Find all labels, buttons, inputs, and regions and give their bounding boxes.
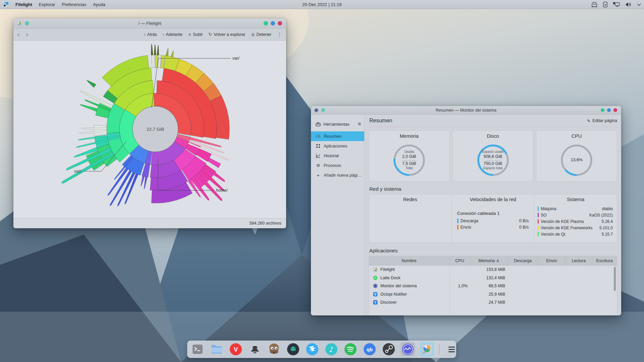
upload-row: Envío 0 B/s xyxy=(457,225,529,230)
dock-file-manager[interactable] xyxy=(210,342,224,356)
toolbox-icon xyxy=(316,122,321,126)
up-button[interactable]: ∧ Subir xyxy=(188,32,203,37)
networks-title: Redes xyxy=(369,197,451,202)
sysmon-main: Resumen ✎ Editar página Memoria Usada xyxy=(365,115,621,315)
gimp-icon xyxy=(268,343,280,356)
sidebar-item-procesos[interactable]: ⚙ Procesos xyxy=(311,161,364,170)
filelight-window: / — Filelight ‹ › ‹ Atrás › Adelante ∧ S… xyxy=(13,18,286,228)
disk-card: Disco Espacio usado 508,6 GiB 750,0 GiB … xyxy=(452,130,534,181)
table-column-divider xyxy=(449,256,450,315)
svg-text:qb: qb xyxy=(367,347,373,352)
download-row: Descarga 0 B/s xyxy=(457,219,529,223)
sysmon-titlebar[interactable]: Resumen — Monitor del sistema xyxy=(311,106,621,115)
dock-steam[interactable] xyxy=(382,342,396,356)
tray-expander-chevron-icon[interactable] xyxy=(637,3,641,6)
dock-vivaldi[interactable]: V xyxy=(229,342,243,356)
download-color-bar xyxy=(457,219,459,223)
overflow-menu-button[interactable]: ⋮ xyxy=(277,32,282,38)
home-label: home/ xyxy=(216,188,228,193)
filelight-statusbar: 584.260 archivos xyxy=(13,218,286,228)
speedometer-icon xyxy=(316,134,321,138)
rescan-button[interactable]: ↻ Volver a explorar xyxy=(208,32,245,37)
dock-separator xyxy=(439,344,439,354)
overflow-icon: ⋮ xyxy=(277,32,282,38)
col-descarga[interactable]: Descarga xyxy=(508,256,538,265)
table-row-latte-dock[interactable]: Latte Dock 132,4 MiB xyxy=(369,274,617,282)
minimize-button[interactable] xyxy=(264,21,268,25)
panel-clock[interactable]: 20 Dec 2022 | 21:19 xyxy=(0,2,644,7)
filelight-dock-icon xyxy=(421,343,433,356)
dock-falkon[interactable] xyxy=(305,342,319,356)
col-cpu[interactable]: CPU xyxy=(449,256,470,265)
table-row-filelight[interactable]: Filelight 153,8 MiB xyxy=(369,265,617,274)
steam-icon xyxy=(382,343,395,356)
network-tray-icon[interactable] xyxy=(613,2,620,7)
system-tray xyxy=(591,0,641,9)
close-button[interactable] xyxy=(278,21,282,25)
col-nombre[interactable]: Nombre xyxy=(369,256,449,265)
sidebar-item-aplicaciones[interactable]: Aplicaciones xyxy=(311,141,364,151)
dock-terminal[interactable] xyxy=(191,342,205,356)
maximize-button[interactable] xyxy=(607,108,611,112)
history-back-icon[interactable]: ‹ xyxy=(17,31,19,38)
apps-grid-icon xyxy=(316,144,321,148)
octopi-row-icon xyxy=(373,292,378,297)
table-header: Nombre CPU Memoria ∧ Descarga Envío Lect… xyxy=(369,256,617,265)
dock-gimp[interactable] xyxy=(267,342,281,356)
dock-inkscape[interactable] xyxy=(248,342,262,356)
history-forward-icon[interactable]: › xyxy=(26,31,28,38)
spotify-icon xyxy=(344,343,357,356)
dock-qbittorrent[interactable]: qb xyxy=(363,342,377,356)
forward-button[interactable]: › Adelante xyxy=(163,32,182,37)
table-row-discover[interactable]: Discover 24,7 MiB xyxy=(369,298,617,307)
col-memoria[interactable]: Memoria ∧ xyxy=(470,256,508,265)
dock-spotify[interactable] xyxy=(343,342,358,356)
dock-music-player[interactable]: ♪ xyxy=(324,342,338,356)
col-lectura[interactable]: Lectura xyxy=(566,256,592,265)
filelight-titlebar[interactable]: / — Filelight xyxy=(13,18,286,28)
sidebar-item-add-page[interactable]: + Añadir nueva pági… xyxy=(311,170,364,180)
back-button[interactable]: ‹ Atrás xyxy=(144,32,157,37)
os-row: SO KaOS (2022) xyxy=(538,212,613,218)
stop-button[interactable]: ◉ Detener xyxy=(251,32,271,37)
up-chevron-icon: ∧ xyxy=(188,32,192,37)
system-info-panel: Sistema Máquina diablo SO KaOS (2022) xyxy=(534,194,617,243)
minimize-button[interactable] xyxy=(601,108,604,112)
close-button[interactable] xyxy=(613,108,617,112)
system-monitor-icon xyxy=(401,343,414,356)
sort-asc-icon: ∧ xyxy=(496,258,499,263)
dock-filelight[interactable] xyxy=(420,342,434,356)
col-escritura[interactable]: Escritura xyxy=(592,256,616,265)
maximize-button[interactable] xyxy=(271,21,275,25)
table-row-system-monitor[interactable]: Monitor del sistema 1,0% 68,5 MiB xyxy=(369,282,617,290)
volume-tray-icon[interactable] xyxy=(625,2,632,7)
sunburst-chart[interactable]: 22,7 GiB var/ usr/ home/ xyxy=(13,41,286,217)
sidebar-header: Herramientas ≡ xyxy=(311,119,364,129)
filelight-window-title: / — Filelight xyxy=(13,21,286,26)
dock-app-menu[interactable] xyxy=(444,342,459,356)
qbittorrent-icon: qb xyxy=(363,343,376,356)
dock-system-monitor[interactable] xyxy=(401,342,415,356)
edit-page-button[interactable]: ✎ Editar página xyxy=(587,118,617,123)
network-system-card: Redes Velocidades de la red Conexión cab… xyxy=(369,194,617,243)
table-row-octopi-notifier[interactable]: Octopi Notifier 25,9 MiB xyxy=(369,290,617,299)
ghost-tray-icon[interactable] xyxy=(591,2,598,7)
dock-gitkraken[interactable] xyxy=(286,342,300,356)
sysmon-row-icon xyxy=(373,284,378,288)
connection-name: Conexión cableada 1 xyxy=(457,211,534,216)
sidebar-item-historial[interactable]: Historial xyxy=(311,151,364,161)
sidebar-item-resumen[interactable]: Resumen xyxy=(311,131,364,141)
terminal-icon xyxy=(192,343,204,355)
back-chevron-icon: ‹ xyxy=(144,32,146,37)
system-info-title: Sistema xyxy=(534,197,617,202)
table-scrollbar[interactable] xyxy=(614,267,616,291)
memory-card: Memoria Usada 2,0 GiB 7,5 GiB Total xyxy=(369,130,450,181)
filelight-radial-map[interactable]: 22,7 GiB var/ usr/ home/ xyxy=(13,41,286,217)
device-notifier-icon[interactable] xyxy=(603,2,608,7)
sidebar-menu-icon[interactable]: ≡ xyxy=(358,121,361,127)
applications-table: Nombre CPU Memoria ∧ Descarga Envío Lect… xyxy=(369,256,617,315)
inkscape-icon xyxy=(249,343,261,356)
machine-row: Máquina diablo xyxy=(538,205,613,212)
plasma-version-row: Versión de KDE Plasma 5.26.4 xyxy=(538,218,613,225)
col-envio[interactable]: Envío xyxy=(538,256,566,265)
